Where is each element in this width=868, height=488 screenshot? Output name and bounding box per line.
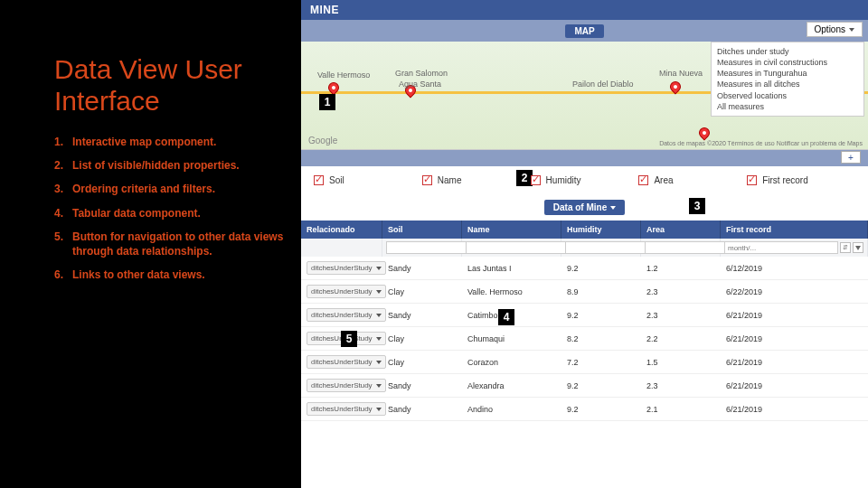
sort-icon[interactable]: ⇵ (840, 242, 851, 253)
col-header-related[interactable]: Relacionado (301, 221, 382, 239)
caption-num: 6. (54, 267, 72, 282)
table-row: ditchesUnderStudy SandyLas Juntas I9.21.… (301, 257, 868, 280)
related-nav-button[interactable]: ditchesUnderStudy (307, 355, 386, 369)
view-link[interactable]: Measures in Tungurahua (717, 68, 858, 79)
table-row: ditchesUnderStudy ClayCorazon7.21.56/21/… (301, 351, 868, 374)
caret-down-icon (376, 361, 382, 364)
caret-down-icon (610, 206, 616, 210)
property-label: First record (762, 175, 808, 185)
cell-humidity: 9.2 (561, 259, 641, 277)
caret-down-icon (376, 408, 382, 411)
annotation-badge-5: 5 (341, 331, 357, 347)
property-toggle[interactable]: Soil (314, 175, 422, 185)
col-header-humidity[interactable]: Humidity (561, 221, 641, 239)
annotation-badge-3: 3 (689, 198, 705, 214)
checkbox-icon (422, 175, 432, 185)
plus-icon: + (848, 153, 854, 163)
related-nav-button[interactable]: ditchesUnderStudy (307, 308, 386, 322)
table-row: ditchesUnderStudy ClayChumaqui8.22.26/21… (301, 327, 868, 351)
cell-soil: Sandy (382, 377, 462, 395)
property-label: Area (654, 175, 673, 185)
table-header: Relacionado Soil Name Humidity Area Firs… (301, 221, 868, 239)
property-toggle[interactable]: First record (747, 175, 855, 185)
cell-humidity: 7.2 (561, 353, 641, 371)
map-city-label: Agua Santa (399, 80, 441, 89)
col-header-area[interactable]: Area (641, 221, 721, 239)
caption-text: Button for navigation to other data view… (72, 230, 285, 258)
table-row: ditchesUnderStudy SandyAndino9.22.16/21/… (301, 398, 868, 421)
property-toggle[interactable]: Area (638, 175, 747, 185)
view-link[interactable]: Ditches under study (717, 46, 858, 57)
col-header-soil[interactable]: Soil (382, 221, 462, 239)
caret-down-icon (376, 290, 382, 294)
col-header-name[interactable]: Name (462, 221, 561, 239)
property-toggle[interactable]: Humidity (531, 175, 639, 185)
caption-num: 2. (54, 158, 72, 173)
checkbox-icon (638, 175, 648, 185)
cell-humidity: 9.2 (561, 377, 641, 395)
cell-humidity: 9.2 (561, 306, 641, 324)
cell-date: 6/21/2019 (721, 330, 868, 348)
map-attribution: Datos de mapas ©2020 Términos de uso Not… (659, 140, 863, 146)
caption-item: 1.Interactive map component. (54, 135, 285, 149)
cell-humidity: 8.9 (561, 283, 641, 301)
map-pin[interactable] (697, 126, 712, 141)
cell-humidity: 8.2 (561, 330, 641, 348)
cell-name: Chumaqui (462, 330, 561, 348)
view-link[interactable]: Measures in civil constructions (717, 57, 858, 68)
visible-properties: 2 SoilNameHumidityAreaFirst record (301, 166, 868, 196)
col-header-date[interactable]: First record (721, 221, 868, 239)
options-button[interactable]: Options (807, 22, 863, 37)
property-toggle[interactable]: Name (422, 175, 531, 185)
table-row: ditchesUnderStudy ClayValle. Hermoso8.92… (301, 280, 868, 304)
cell-area: 2.3 (641, 377, 721, 395)
cell-soil: Clay (382, 353, 462, 371)
map-city-label: Gran Salomon (395, 69, 448, 78)
caret-down-icon (376, 337, 382, 341)
related-nav-button[interactable]: ditchesUnderStudy (307, 379, 386, 392)
caret-down-icon (376, 267, 382, 270)
caption-num: 3. (54, 182, 72, 196)
app-title-bar: MINE (301, 0, 868, 20)
caption-item: 6.Links to other data views. (54, 267, 285, 282)
checkbox-icon (531, 175, 541, 185)
filter-name-input[interactable] (466, 241, 568, 254)
filter-date-input[interactable] (724, 241, 838, 254)
map-section-header: MAP Options (301, 20, 868, 42)
checkbox-icon (314, 175, 324, 185)
caption-num: 1. (54, 135, 72, 149)
view-link[interactable]: Measures in all ditches (717, 79, 858, 89)
google-logo: Google (308, 136, 337, 145)
property-label: Soil (329, 175, 344, 185)
related-nav-button[interactable]: ditchesUnderStudy (307, 402, 386, 416)
cell-area: 1.5 (641, 353, 721, 371)
related-nav-button[interactable]: ditchesUnderStudy (307, 261, 386, 275)
cell-date: 6/21/2019 (721, 306, 868, 324)
caption-text: Ordering criteria and filters. (72, 182, 215, 196)
property-label: Humidity (546, 175, 581, 185)
cell-soil: Clay (382, 330, 462, 348)
map-city-label: Valle Hermoso (317, 70, 370, 80)
cell-date: 6/12/2019 (721, 259, 868, 277)
data-table: Relacionado Soil Name Humidity Area Firs… (301, 221, 868, 421)
cell-area: 2.2 (641, 330, 721, 348)
caret-down-icon (376, 314, 382, 317)
slide-title: Data View User Interface (54, 54, 285, 117)
view-link[interactable]: Observed locations (717, 90, 858, 101)
options-label: Options (815, 24, 845, 34)
data-pill-label: Data of Mine (553, 202, 607, 212)
caption-item: 4.Tabular data component. (54, 206, 285, 221)
add-button[interactable]: + (841, 151, 861, 164)
map-city-label: Mina Nueva (659, 69, 703, 78)
table-filters: ⇵ ⇵ ⇵ ⇵ ⇵ (301, 239, 868, 257)
view-link[interactable]: All measures (717, 101, 858, 112)
cell-name: Corazon (462, 353, 561, 371)
filter-icon[interactable] (853, 242, 863, 253)
cell-soil: Sandy (382, 259, 462, 277)
related-nav-button[interactable]: ditchesUnderStudy (307, 285, 386, 298)
cell-area: 1.2 (641, 259, 721, 277)
cell-area: 2.1 (641, 400, 721, 418)
checkbox-icon (747, 175, 757, 185)
map-component[interactable]: Valle Hermoso Gran Salomon Agua Santa Pa… (301, 42, 868, 150)
caption-list: 1.Interactive map component.2.List of vi… (54, 135, 285, 282)
